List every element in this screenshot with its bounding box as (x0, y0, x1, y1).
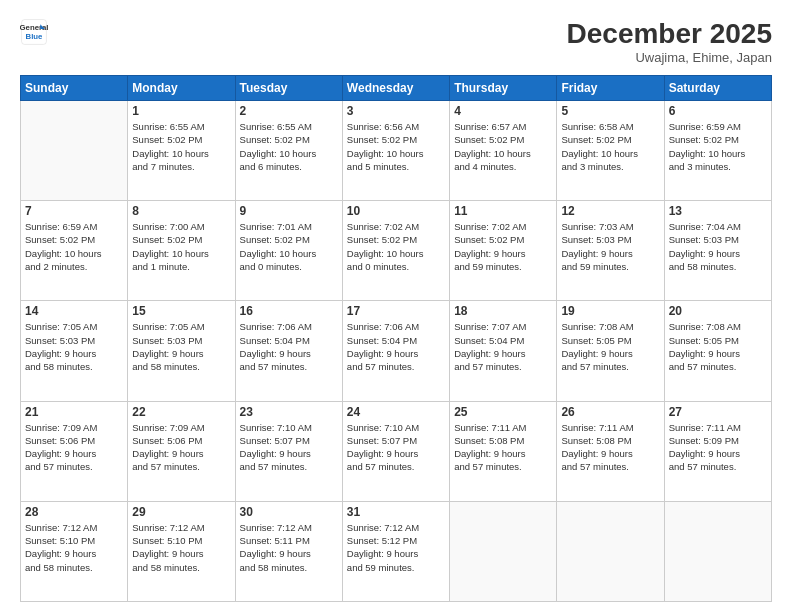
cell-info: Sunrise: 6:56 AMSunset: 5:02 PMDaylight:… (347, 120, 445, 173)
calendar-cell: 9Sunrise: 7:01 AMSunset: 5:02 PMDaylight… (235, 201, 342, 301)
calendar-table: SundayMondayTuesdayWednesdayThursdayFrid… (20, 75, 772, 602)
calendar-cell: 18Sunrise: 7:07 AMSunset: 5:04 PMDayligh… (450, 301, 557, 401)
calendar-cell: 15Sunrise: 7:05 AMSunset: 5:03 PMDayligh… (128, 301, 235, 401)
calendar-cell: 12Sunrise: 7:03 AMSunset: 5:03 PMDayligh… (557, 201, 664, 301)
day-number: 1 (132, 104, 230, 118)
calendar-cell: 14Sunrise: 7:05 AMSunset: 5:03 PMDayligh… (21, 301, 128, 401)
cell-info: Sunrise: 7:11 AMSunset: 5:09 PMDaylight:… (669, 421, 767, 474)
day-number: 12 (561, 204, 659, 218)
weekday-header-row: SundayMondayTuesdayWednesdayThursdayFrid… (21, 76, 772, 101)
day-number: 11 (454, 204, 552, 218)
cell-info: Sunrise: 6:57 AMSunset: 5:02 PMDaylight:… (454, 120, 552, 173)
cell-info: Sunrise: 6:55 AMSunset: 5:02 PMDaylight:… (240, 120, 338, 173)
cell-info: Sunrise: 7:12 AMSunset: 5:10 PMDaylight:… (25, 521, 123, 574)
day-number: 14 (25, 304, 123, 318)
day-number: 10 (347, 204, 445, 218)
cell-info: Sunrise: 6:59 AMSunset: 5:02 PMDaylight:… (25, 220, 123, 273)
calendar-cell: 8Sunrise: 7:00 AMSunset: 5:02 PMDaylight… (128, 201, 235, 301)
week-row-3: 14Sunrise: 7:05 AMSunset: 5:03 PMDayligh… (21, 301, 772, 401)
day-number: 6 (669, 104, 767, 118)
cell-info: Sunrise: 6:58 AMSunset: 5:02 PMDaylight:… (561, 120, 659, 173)
day-number: 3 (347, 104, 445, 118)
day-number: 20 (669, 304, 767, 318)
weekday-header-monday: Monday (128, 76, 235, 101)
day-number: 25 (454, 405, 552, 419)
cell-info: Sunrise: 7:09 AMSunset: 5:06 PMDaylight:… (25, 421, 123, 474)
calendar-cell: 1Sunrise: 6:55 AMSunset: 5:02 PMDaylight… (128, 101, 235, 201)
day-number: 31 (347, 505, 445, 519)
cell-info: Sunrise: 7:09 AMSunset: 5:06 PMDaylight:… (132, 421, 230, 474)
calendar-cell: 3Sunrise: 6:56 AMSunset: 5:02 PMDaylight… (342, 101, 449, 201)
weekday-header-wednesday: Wednesday (342, 76, 449, 101)
logo-icon: General Blue (20, 18, 48, 46)
cell-info: Sunrise: 7:10 AMSunset: 5:07 PMDaylight:… (240, 421, 338, 474)
day-number: 8 (132, 204, 230, 218)
day-number: 9 (240, 204, 338, 218)
calendar-cell (21, 101, 128, 201)
calendar-cell (557, 501, 664, 601)
day-number: 5 (561, 104, 659, 118)
svg-text:Blue: Blue (26, 32, 44, 41)
location: Uwajima, Ehime, Japan (567, 50, 772, 65)
calendar-cell: 25Sunrise: 7:11 AMSunset: 5:08 PMDayligh… (450, 401, 557, 501)
calendar-cell: 2Sunrise: 6:55 AMSunset: 5:02 PMDaylight… (235, 101, 342, 201)
calendar-cell: 6Sunrise: 6:59 AMSunset: 5:02 PMDaylight… (664, 101, 771, 201)
day-number: 23 (240, 405, 338, 419)
cell-info: Sunrise: 7:08 AMSunset: 5:05 PMDaylight:… (669, 320, 767, 373)
calendar-cell: 5Sunrise: 6:58 AMSunset: 5:02 PMDaylight… (557, 101, 664, 201)
cell-info: Sunrise: 6:55 AMSunset: 5:02 PMDaylight:… (132, 120, 230, 173)
calendar-cell: 28Sunrise: 7:12 AMSunset: 5:10 PMDayligh… (21, 501, 128, 601)
logo: General Blue (20, 18, 48, 46)
weekday-header-sunday: Sunday (21, 76, 128, 101)
day-number: 30 (240, 505, 338, 519)
weekday-header-friday: Friday (557, 76, 664, 101)
header: General Blue December 2025 Uwajima, Ehim… (20, 18, 772, 65)
cell-info: Sunrise: 7:01 AMSunset: 5:02 PMDaylight:… (240, 220, 338, 273)
calendar-cell: 16Sunrise: 7:06 AMSunset: 5:04 PMDayligh… (235, 301, 342, 401)
cell-info: Sunrise: 7:07 AMSunset: 5:04 PMDaylight:… (454, 320, 552, 373)
cell-info: Sunrise: 7:02 AMSunset: 5:02 PMDaylight:… (347, 220, 445, 273)
calendar-cell: 21Sunrise: 7:09 AMSunset: 5:06 PMDayligh… (21, 401, 128, 501)
calendar-cell: 24Sunrise: 7:10 AMSunset: 5:07 PMDayligh… (342, 401, 449, 501)
weekday-header-thursday: Thursday (450, 76, 557, 101)
cell-info: Sunrise: 7:11 AMSunset: 5:08 PMDaylight:… (454, 421, 552, 474)
cell-info: Sunrise: 7:00 AMSunset: 5:02 PMDaylight:… (132, 220, 230, 273)
calendar-cell: 13Sunrise: 7:04 AMSunset: 5:03 PMDayligh… (664, 201, 771, 301)
cell-info: Sunrise: 7:12 AMSunset: 5:10 PMDaylight:… (132, 521, 230, 574)
calendar-cell: 23Sunrise: 7:10 AMSunset: 5:07 PMDayligh… (235, 401, 342, 501)
week-row-5: 28Sunrise: 7:12 AMSunset: 5:10 PMDayligh… (21, 501, 772, 601)
day-number: 2 (240, 104, 338, 118)
week-row-4: 21Sunrise: 7:09 AMSunset: 5:06 PMDayligh… (21, 401, 772, 501)
cell-info: Sunrise: 7:10 AMSunset: 5:07 PMDaylight:… (347, 421, 445, 474)
cell-info: Sunrise: 7:08 AMSunset: 5:05 PMDaylight:… (561, 320, 659, 373)
day-number: 16 (240, 304, 338, 318)
cell-info: Sunrise: 7:02 AMSunset: 5:02 PMDaylight:… (454, 220, 552, 273)
cell-info: Sunrise: 7:11 AMSunset: 5:08 PMDaylight:… (561, 421, 659, 474)
calendar-cell: 22Sunrise: 7:09 AMSunset: 5:06 PMDayligh… (128, 401, 235, 501)
calendar-cell: 17Sunrise: 7:06 AMSunset: 5:04 PMDayligh… (342, 301, 449, 401)
cell-info: Sunrise: 7:06 AMSunset: 5:04 PMDaylight:… (347, 320, 445, 373)
calendar-cell: 31Sunrise: 7:12 AMSunset: 5:12 PMDayligh… (342, 501, 449, 601)
cell-info: Sunrise: 7:06 AMSunset: 5:04 PMDaylight:… (240, 320, 338, 373)
cell-info: Sunrise: 6:59 AMSunset: 5:02 PMDaylight:… (669, 120, 767, 173)
day-number: 28 (25, 505, 123, 519)
day-number: 22 (132, 405, 230, 419)
calendar-cell: 20Sunrise: 7:08 AMSunset: 5:05 PMDayligh… (664, 301, 771, 401)
day-number: 24 (347, 405, 445, 419)
day-number: 7 (25, 204, 123, 218)
day-number: 13 (669, 204, 767, 218)
day-number: 19 (561, 304, 659, 318)
calendar-cell: 26Sunrise: 7:11 AMSunset: 5:08 PMDayligh… (557, 401, 664, 501)
calendar-cell (664, 501, 771, 601)
cell-info: Sunrise: 7:05 AMSunset: 5:03 PMDaylight:… (25, 320, 123, 373)
day-number: 29 (132, 505, 230, 519)
calendar-cell: 10Sunrise: 7:02 AMSunset: 5:02 PMDayligh… (342, 201, 449, 301)
day-number: 26 (561, 405, 659, 419)
day-number: 18 (454, 304, 552, 318)
day-number: 21 (25, 405, 123, 419)
cell-info: Sunrise: 7:12 AMSunset: 5:11 PMDaylight:… (240, 521, 338, 574)
month-title: December 2025 (567, 18, 772, 50)
week-row-1: 1Sunrise: 6:55 AMSunset: 5:02 PMDaylight… (21, 101, 772, 201)
cell-info: Sunrise: 7:04 AMSunset: 5:03 PMDaylight:… (669, 220, 767, 273)
day-number: 17 (347, 304, 445, 318)
